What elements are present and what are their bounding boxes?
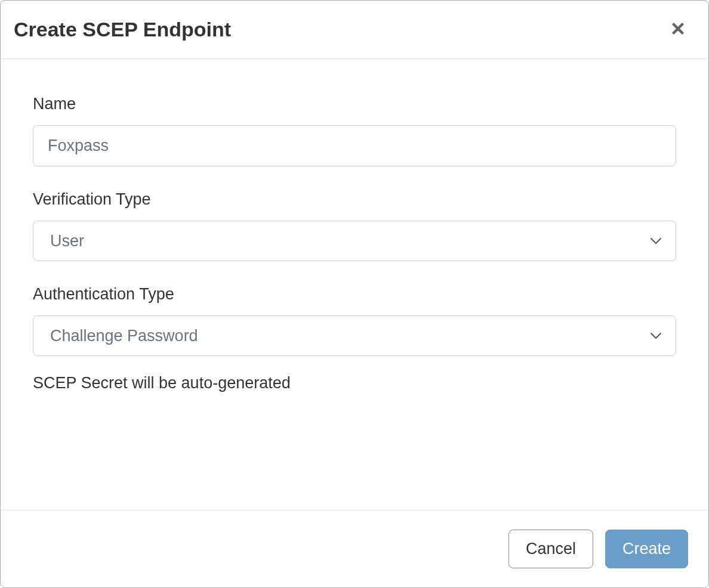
name-label: Name [33,95,676,113]
close-icon [669,20,687,39]
name-input[interactable] [33,125,676,166]
close-button[interactable] [667,17,689,42]
helper-text: SCEP Secret will be auto-generated [33,374,676,392]
verification-type-label: Verification Type [33,190,676,209]
verification-type-form-group: Verification Type User [33,190,676,261]
authentication-type-select-wrapper: Challenge Password [33,315,676,356]
modal-body: Name Verification Type User Authenticati… [1,59,708,510]
authentication-type-select[interactable]: Challenge Password [33,315,676,356]
authentication-type-form-group: Authentication Type Challenge Password [33,285,676,356]
create-button[interactable]: Create [605,530,688,568]
authentication-type-label: Authentication Type [33,285,676,304]
modal-footer: Cancel Create [1,510,708,587]
modal-title: Create SCEP Endpoint [14,18,231,41]
cancel-button[interactable]: Cancel [508,530,593,568]
verification-type-select[interactable]: User [33,221,676,261]
name-form-group: Name [33,95,676,166]
create-scep-endpoint-modal: Create SCEP Endpoint Name Verification T… [0,0,709,588]
modal-header: Create SCEP Endpoint [1,1,708,59]
verification-type-select-wrapper: User [33,221,676,261]
